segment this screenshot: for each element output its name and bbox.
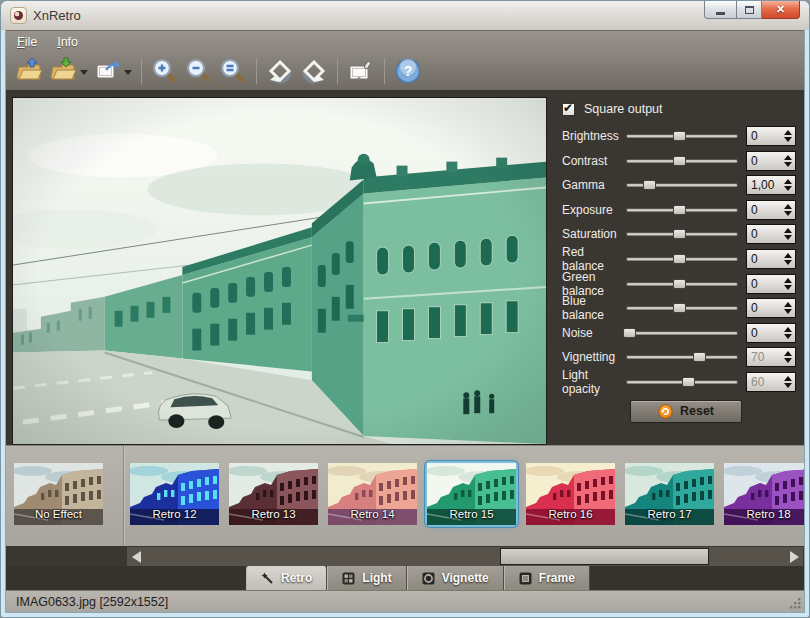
slider-track[interactable] — [626, 183, 738, 187]
slider-track[interactable] — [626, 134, 738, 138]
slider-row: Green balance 0 — [562, 274, 796, 294]
preset-thumbnail[interactable]: Retro 13 — [229, 463, 318, 525]
slider-thumb[interactable] — [623, 328, 636, 338]
adjust-image-icon — [347, 57, 375, 85]
slider-thumb[interactable] — [693, 352, 706, 362]
scroll-right-button[interactable] — [785, 547, 803, 566]
spinner-arrows-icon[interactable] — [781, 302, 795, 314]
slider-label: Vignetting — [562, 350, 626, 364]
slider-track[interactable] — [626, 257, 738, 261]
spinner-arrows-icon[interactable] — [781, 376, 795, 388]
value-spinbox[interactable]: 1,00 — [746, 175, 796, 195]
toolbar-separator — [141, 58, 142, 84]
slider-track[interactable] — [626, 355, 738, 359]
preset-thumbnail[interactable]: Retro 17 — [625, 463, 714, 525]
rotate-left-icon — [266, 57, 294, 85]
slider-track[interactable] — [626, 331, 738, 335]
value-spinbox[interactable]: 0 — [746, 298, 796, 318]
zoom-fit-button[interactable] — [216, 54, 250, 88]
preset-thumbnail[interactable]: Retro 15 — [427, 463, 516, 525]
adjust-image-button[interactable] — [344, 54, 378, 88]
spinner-arrows-icon[interactable] — [781, 130, 795, 142]
value-spinbox[interactable]: 0 — [746, 151, 796, 171]
spinner-arrows-icon[interactable] — [781, 228, 795, 240]
help-button[interactable]: ? — [391, 54, 425, 88]
wand-icon — [261, 572, 274, 585]
slider-track[interactable] — [626, 232, 738, 236]
zoom-out-button[interactable] — [182, 54, 216, 88]
preview-image[interactable] — [12, 97, 547, 445]
slider-thumb[interactable] — [673, 156, 686, 166]
spinner-arrows-icon[interactable] — [781, 179, 795, 191]
value-spinbox[interactable]: 0 — [746, 200, 796, 220]
slider-track[interactable] — [626, 282, 738, 286]
square-output-checkbox[interactable] — [562, 103, 575, 116]
close-button[interactable]: ✕ — [762, 1, 800, 19]
preset-strip: No Effect Retro 12 — [6, 445, 804, 546]
resize-grip[interactable] — [790, 598, 801, 609]
menu-file[interactable]: File — [17, 35, 37, 49]
slider-track[interactable] — [626, 380, 738, 384]
slider-label: Saturation — [562, 227, 626, 241]
preset-label: Retro 13 — [229, 508, 318, 520]
reset-button[interactable]: Reset — [630, 400, 742, 423]
tab-retro[interactable]: Retro — [246, 566, 327, 590]
slider-track[interactable] — [626, 306, 738, 310]
slider-track[interactable] — [626, 208, 738, 212]
save-dropdown-icon[interactable] — [80, 70, 88, 79]
preset-thumbnail[interactable]: Retro 16 — [526, 463, 615, 525]
minimize-button[interactable] — [704, 1, 737, 19]
zoom-in-button[interactable] — [148, 54, 182, 88]
scrollbar-thumb[interactable] — [500, 548, 709, 565]
slider-thumb[interactable] — [673, 205, 686, 215]
toolbar-separator — [384, 58, 385, 84]
value-spinbox[interactable]: 70 — [746, 347, 796, 367]
slider-thumb[interactable] — [673, 303, 686, 313]
spinner-arrows-icon[interactable] — [781, 253, 795, 265]
tab-frame[interactable]: Frame — [504, 566, 590, 590]
value-spinbox[interactable]: 0 — [746, 249, 796, 269]
export-button[interactable] — [91, 54, 135, 88]
spinner-arrows-icon[interactable] — [781, 204, 795, 216]
slider-thumb[interactable] — [673, 229, 686, 239]
value-spinbox[interactable]: 60 — [746, 372, 796, 392]
preset-label: No Effect — [14, 508, 103, 520]
slider-thumb[interactable] — [673, 279, 686, 289]
scrollbar-track[interactable] — [145, 547, 785, 566]
open-file-button[interactable] — [13, 54, 47, 88]
value-spinbox[interactable]: 0 — [746, 224, 796, 244]
spin-value: 0 — [747, 277, 781, 291]
spinner-arrows-icon[interactable] — [781, 351, 795, 363]
value-spinbox[interactable]: 0 — [746, 274, 796, 294]
maximize-button[interactable] — [737, 1, 762, 19]
value-spinbox[interactable]: 0 — [746, 126, 796, 146]
scroll-left-button[interactable] — [127, 547, 145, 566]
slider-thumb[interactable] — [673, 131, 686, 141]
spinner-arrows-icon[interactable] — [781, 155, 795, 167]
rotate-left-button[interactable] — [263, 54, 297, 88]
menu-info[interactable]: Info — [57, 35, 78, 49]
preset-thumbnail[interactable]: Retro 18 — [724, 463, 804, 525]
slider-track[interactable] — [626, 159, 738, 163]
rotate-right-button[interactable] — [297, 54, 331, 88]
tab-vignette[interactable]: Vignette — [407, 566, 504, 590]
rotate-right-icon — [300, 57, 328, 85]
slider-thumb[interactable] — [673, 254, 686, 264]
preset-thumbnail[interactable]: No Effect — [14, 463, 103, 525]
spin-value: 70 — [747, 350, 781, 364]
export-dropdown-icon[interactable] — [124, 70, 132, 79]
spinner-arrows-icon[interactable] — [781, 327, 795, 339]
app-body: File Info — [5, 30, 805, 613]
title-bar[interactable]: XnRetro — [1, 1, 809, 30]
save-file-button[interactable] — [47, 54, 91, 88]
slider-row: Exposure 0 — [562, 200, 796, 220]
tab-light[interactable]: Light — [327, 566, 406, 590]
slider-thumb[interactable] — [682, 377, 695, 387]
spin-value: 1,00 — [747, 178, 781, 192]
preset-thumbnail[interactable]: Retro 12 — [130, 463, 219, 525]
preset-thumbnail[interactable]: Retro 14 — [328, 463, 417, 525]
value-spinbox[interactable]: 0 — [746, 323, 796, 343]
preset-scrollbar — [126, 546, 804, 566]
slider-thumb[interactable] — [643, 180, 656, 190]
spinner-arrows-icon[interactable] — [781, 278, 795, 290]
